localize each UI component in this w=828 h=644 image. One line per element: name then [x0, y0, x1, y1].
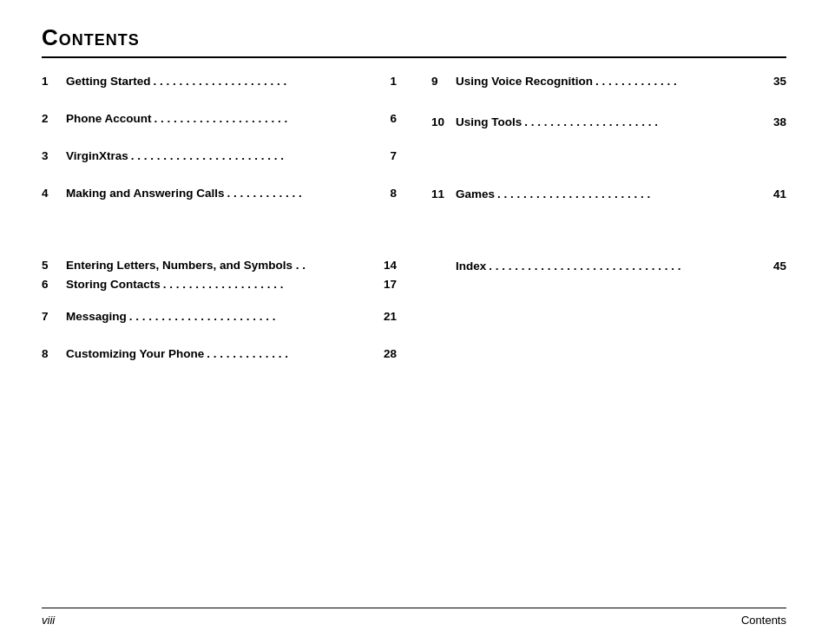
toc-page-7: 21	[379, 309, 397, 325]
toc-dots-7: . . . . . . . . . . . . . . . . . . . . …	[129, 309, 377, 325]
toc-page-index: 45	[769, 259, 786, 275]
toc-page-4: 8	[379, 186, 397, 202]
toc-page-6: 17	[379, 277, 397, 293]
toc-text-9: Using Voice Recognition	[456, 74, 593, 90]
toc-text-11: Games	[456, 187, 495, 203]
toc-num-2: 2	[42, 111, 66, 128]
toc-dots-3: . . . . . . . . . . . . . . . . . . . . …	[131, 148, 377, 165]
toc-num-10: 10	[431, 115, 456, 131]
toc-text-2: Phone Account	[66, 111, 152, 128]
toc-page-10: 38	[769, 115, 786, 131]
page-footer: viii Contents	[42, 608, 786, 627]
toc-page-5: 14	[379, 258, 397, 274]
toc-item-5: 5 Entering Letters, Numbers, and Symbols…	[42, 258, 397, 274]
page-title: Contents	[42, 24, 786, 51]
toc-item-1: 1 Getting Started . . . . . . . . . . . …	[42, 74, 397, 90]
toc-text-1: Getting Started	[66, 74, 151, 90]
toc-num-5: 5	[42, 258, 66, 274]
toc-text-8: Customizing Your Phone	[66, 346, 204, 363]
toc-dots-2: . . . . . . . . . . . . . . . . . . . . …	[154, 111, 377, 128]
toc-num-1: 1	[42, 74, 66, 90]
toc-text-7: Messaging	[66, 309, 127, 325]
toc-dots-8: . . . . . . . . . . . . .	[207, 346, 377, 363]
toc-page-9: 35	[769, 74, 786, 90]
toc-item-9: 9 Using Voice Recognition . . . . . . . …	[431, 74, 786, 90]
toc-dots-6: . . . . . . . . . . . . . . . . . . .	[163, 277, 377, 293]
toc-text-index: Index	[456, 259, 486, 275]
toc-text-4: Making and Answering Calls	[66, 186, 225, 202]
toc-text-5: Entering Letters, Numbers, and Symbols .…	[66, 258, 306, 274]
toc-item-6: 6 Storing Contacts . . . . . . . . . . .…	[42, 277, 397, 293]
toc-item-7: 7 Messaging . . . . . . . . . . . . . . …	[42, 309, 397, 325]
toc-item-index: Index . . . . . . . . . . . . . . . . . …	[431, 259, 786, 275]
toc-dots-4: . . . . . . . . . . . .	[227, 186, 377, 202]
toc-item-3: 3 VirginXtras . . . . . . . . . . . . . …	[42, 148, 397, 165]
toc-page-8: 28	[379, 346, 397, 363]
footer-page-number: viii	[42, 614, 55, 627]
toc-dots-9: . . . . . . . . . . . . .	[595, 74, 766, 90]
toc-page-3: 7	[379, 148, 397, 165]
toc-num-11: 11	[431, 187, 456, 203]
toc-dots-1: . . . . . . . . . . . . . . . . . . . . …	[154, 74, 377, 90]
toc-text-3: VirginXtras	[66, 148, 128, 165]
page-header: Contents	[42, 24, 786, 58]
toc-item-2: 2 Phone Account . . . . . . . . . . . . …	[42, 111, 397, 128]
right-column: 9 Using Voice Recognition . . . . . . . …	[414, 74, 786, 608]
footer-section-label: Contents	[741, 614, 786, 627]
toc-item-11: 11 Games . . . . . . . . . . . . . . . .…	[431, 187, 786, 203]
page: Contents 1 Getting Started . . . . . . .…	[0, 0, 828, 644]
toc-num-9: 9	[431, 74, 456, 90]
toc-dots-index: . . . . . . . . . . . . . . . . . . . . …	[489, 259, 766, 275]
toc-item-8: 8 Customizing Your Phone . . . . . . . .…	[42, 346, 397, 363]
toc-page-1: 1	[379, 74, 397, 90]
toc-page-11: 41	[769, 187, 786, 203]
toc-num-3: 3	[42, 148, 66, 165]
left-column: 1 Getting Started . . . . . . . . . . . …	[42, 74, 414, 608]
toc-text-6: Storing Contacts	[66, 277, 161, 293]
toc-dots-11: . . . . . . . . . . . . . . . . . . . . …	[497, 187, 766, 203]
toc-item-10: 10 Using Tools . . . . . . . . . . . . .…	[431, 115, 786, 131]
toc-dots-10: . . . . . . . . . . . . . . . . . . . . …	[524, 115, 766, 131]
toc-num-7: 7	[42, 309, 66, 325]
toc-text-10: Using Tools	[456, 115, 522, 131]
toc-page-2: 6	[379, 111, 397, 128]
toc-group-5-6: 5 Entering Letters, Numbers, and Symbols…	[42, 258, 397, 294]
toc-num-8: 8	[42, 346, 66, 363]
toc-num-6: 6	[42, 277, 66, 293]
toc-item-4: 4 Making and Answering Calls . . . . . .…	[42, 186, 397, 202]
toc-num-4: 4	[42, 186, 66, 202]
contents-body: 1 Getting Started . . . . . . . . . . . …	[42, 74, 786, 608]
